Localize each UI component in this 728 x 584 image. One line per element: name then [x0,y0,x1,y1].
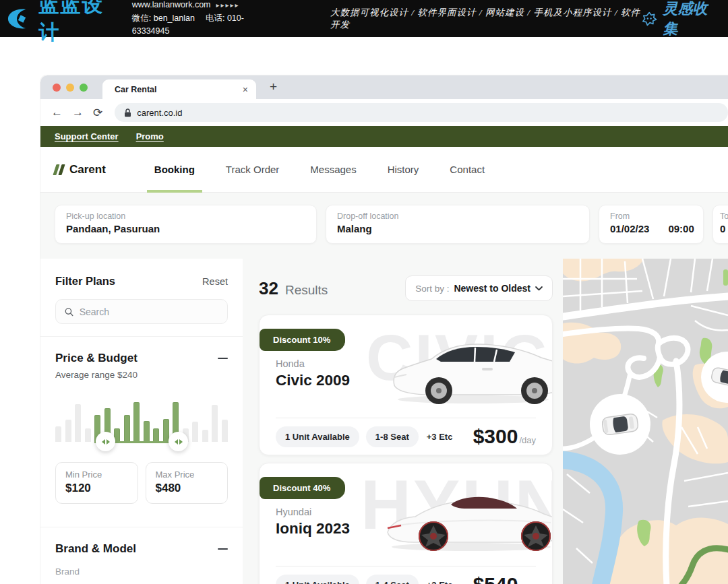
pickup-location-field[interactable]: Pick-up location Pandaan, Pasuruan [55,205,317,244]
car-brand: Hyundai [276,507,311,517]
histogram-bar [133,402,140,442]
nav-item-messages[interactable]: Messages [310,147,356,193]
url-text: carent.co.id [137,108,182,118]
collapse-price-icon[interactable] [218,358,228,359]
dropoff-value: Malang [337,223,578,234]
histogram-bar [222,420,228,442]
etc-tag: +3 Etc [427,580,453,584]
lock-icon [124,108,131,117]
price-budget-title: Price & Budget [55,352,138,365]
inspiration-collect-text: 灵感收集 [663,0,719,39]
histogram-bar [192,422,198,442]
histogram-bar [163,419,169,442]
etc-tag: +3 Etc [427,432,453,442]
minimize-window-button[interactable] [66,84,74,92]
from-label: From [610,212,692,221]
to-datetime-field[interactable]: To 0 [712,205,728,244]
histogram-bar [153,428,159,442]
reset-button[interactable]: Reset [202,276,228,287]
max-price-label: Max Price [156,469,218,480]
banner-contact-block: www.lanlanwork.com▸▸▸▸▸ 微信: ben_lanlan电话… [132,0,283,38]
site-topbar: Support Center Promo [40,126,728,147]
filter-sidebar: Filter Plans Reset [40,259,243,584]
forward-icon[interactable]: → [72,106,84,119]
content-area: Filter Plans Reset [40,259,728,584]
map-canvas [563,259,728,584]
ad-banner: 蓝蓝设计 www.lanlanwork.com▸▸▸▸▸ 微信: ben_lan… [0,0,728,37]
histogram-bar [212,405,218,442]
max-price-field[interactable]: Max Price $480 [146,462,229,504]
results-column: 32 Results Sort by : Newest to Oldest [259,259,553,584]
dropoff-location-field[interactable]: Drop-off location Malang [326,205,590,244]
car-brand: Honda [276,358,305,369]
car-photo-civic [389,330,553,405]
url-field[interactable]: carent.co.id [115,103,728,122]
lanlan-logo-icon [7,7,32,30]
nav-item-booking[interactable]: Booking [154,147,195,193]
window-controls [53,84,88,92]
filter-search-box[interactable] [55,299,228,324]
from-datetime-field[interactable]: From 01/02/23 09:00 [599,205,704,244]
histogram-bar [202,430,208,442]
inspiration-collect-link[interactable]: 灵感收集 [641,0,719,39]
browser-tabbar: Car Rental × + [40,75,728,99]
screenshot-root: 蓝蓝设计 www.lanlanwork.com▸▸▸▸▸ 微信: ben_lan… [0,0,728,584]
to-value: 0 [720,223,728,234]
max-price-value: $480 [156,482,218,495]
dropoff-label: Drop-off location [337,212,578,221]
lanlan-website-link[interactable]: www.lanlanwork.com [132,0,211,9]
histogram-bar [85,428,91,442]
discount-badge: Discount 40% [260,477,345,499]
nav-item-contact[interactable]: Contact [450,147,485,193]
lanlan-logo-text: 蓝蓝设计 [39,0,120,46]
price-histogram [55,397,228,442]
brand-model-title: Brand & Model [55,542,136,556]
price-histogram-bars [55,397,228,442]
filter-search-input[interactable] [80,306,218,317]
banner-wechat: 微信: ben_lanlan [132,13,195,23]
price-group: $540 /day [473,573,536,584]
maximize-window-button[interactable] [80,84,88,92]
collapse-brand-icon[interactable] [218,548,228,550]
car-photo-ioniq [385,478,553,554]
min-price-label: Min Price [65,469,128,480]
range-handle-min[interactable] [96,432,115,451]
car-model: Civic 2009 [276,372,350,389]
tab-title: Car Rental [115,85,157,94]
close-window-button[interactable] [53,84,61,92]
back-icon[interactable]: ← [51,106,63,119]
brand-group-label: Brand [55,566,228,577]
carent-logo[interactable]: Carent [55,163,106,176]
pickup-label: Pick-up location [66,212,305,221]
from-time: 09:00 [668,223,694,234]
tab-close-icon[interactable]: × [243,84,248,95]
discount-badge: Discount 10% [260,329,345,351]
arrows-decoration: ▸▸▸▸▸ [216,1,240,9]
price-group: $300 /day [473,425,536,448]
sort-dropdown[interactable]: Sort by : Newest to Oldest [405,275,553,301]
site-content: Support Center Promo Carent Booking Trac… [40,126,728,584]
min-price-field[interactable]: Min Price $120 [55,462,138,504]
nav-item-track-order[interactable]: Track Order [226,147,279,193]
histogram-bar [144,421,150,442]
average-range-text: Average range $240 [55,370,228,380]
support-center-link[interactable]: Support Center [55,131,119,141]
promo-link[interactable]: Promo [136,131,164,141]
histogram-bar [65,420,71,442]
map-car-marker[interactable] [590,394,650,455]
browser-tab[interactable]: Car Rental × [102,79,256,99]
nav-items: Booking Track Order Messages History Con… [154,147,485,193]
nav-item-history[interactable]: History [388,147,419,193]
range-handle-max[interactable] [169,432,188,451]
results-map[interactable] [563,259,728,584]
from-date: 01/02/23 [610,223,649,234]
reload-icon[interactable]: ⟳ [93,106,102,120]
new-tab-button[interactable]: + [270,79,277,94]
car-card-civic[interactable]: CIVIC Discount 10% [259,315,553,455]
inspiration-collect-icon [641,10,657,28]
histogram-bar [55,426,61,442]
filter-title: Filter Plans [55,275,115,288]
booking-search-row: Pick-up location Pandaan, Pasuruan Drop-… [40,193,728,244]
banner-services-text: 大数据可视化设计 / 软件界面设计 / 网站建设 / 手机及小程序设计 / 软件… [330,7,641,31]
car-card-ioniq[interactable]: HYUN [259,463,553,584]
